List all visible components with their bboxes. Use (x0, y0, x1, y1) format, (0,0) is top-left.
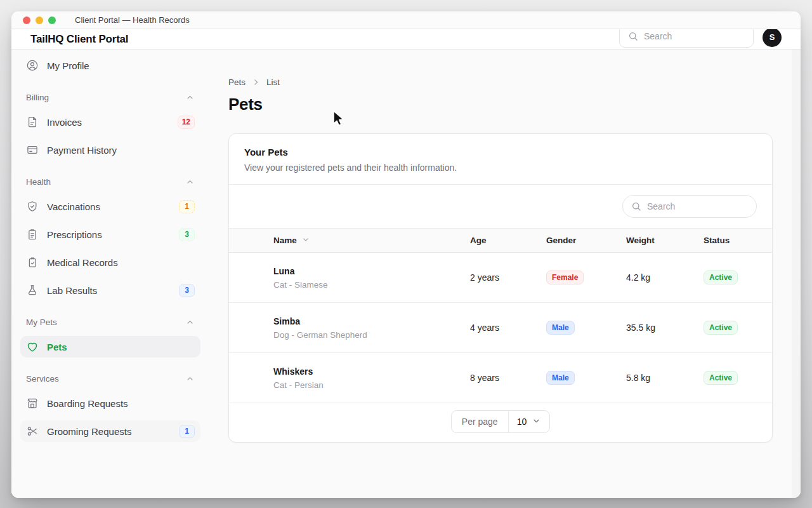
sidebar-item-boarding-requests[interactable]: Boarding Requests (20, 392, 200, 414)
heart-icon (26, 340, 39, 353)
count-badge (179, 256, 195, 269)
store-icon (26, 397, 39, 410)
count-badge (179, 340, 195, 354)
count-badge: 3 (179, 228, 195, 241)
pet-age: 4 years (470, 323, 546, 333)
breadcrumb-item[interactable]: List (266, 77, 280, 87)
sidebar-section-services[interactable]: Services (20, 374, 200, 384)
brand-title: TailHQ Client Portal (30, 33, 128, 46)
main-content: Pets List Pets Your Pets View your regis… (221, 50, 801, 498)
global-search-input[interactable] (644, 31, 745, 41)
sidebar-item-my-profile[interactable]: My Profile (20, 55, 200, 76)
search-icon (631, 201, 642, 212)
sidebar-item-vaccinations[interactable]: Vaccinations 1 (20, 196, 200, 217)
column-header-weight[interactable]: Weight (626, 236, 704, 245)
chevron-up-icon (185, 318, 195, 327)
table-search-input[interactable] (647, 201, 749, 211)
count-badge: 12 (178, 116, 195, 129)
shield-check-icon (26, 200, 39, 213)
sidebar-item-invoices[interactable]: Invoices 12 (20, 111, 200, 133)
pet-name: Luna (273, 266, 470, 276)
pet-breed: Cat - Siamese (273, 280, 470, 290)
sidebar-item-medical-records[interactable]: Medical Records (20, 251, 200, 273)
sidebar-item-prescriptions[interactable]: Prescriptions 3 (20, 224, 200, 245)
sidebar-item-lab-results[interactable]: Lab Results 3 (20, 279, 200, 301)
pet-breed: Cat - Persian (273, 380, 470, 390)
card-footer: Per page 10 (229, 403, 772, 442)
card-header: Your Pets View your registered pets and … (229, 134, 772, 185)
column-header-age[interactable]: Age (470, 236, 546, 245)
sidebar-section-my-pets[interactable]: My Pets (20, 318, 200, 327)
clipboard-list-icon (26, 228, 39, 241)
table-row[interactable]: Simba Dog - German Shepherd 4 years Male… (229, 303, 772, 353)
chevron-up-icon (185, 374, 195, 384)
credit-card-icon (26, 144, 39, 156)
close-window-button[interactable] (23, 17, 30, 24)
minimize-window-button[interactable] (36, 17, 43, 24)
table-row[interactable]: Luna Cat - Siamese 2 years Female 4.2 kg… (229, 253, 772, 303)
sidebar-item-grooming-requests[interactable]: Grooming Requests 1 (20, 420, 200, 442)
sidebar-section-health[interactable]: Health (20, 177, 200, 187)
window-title: Client Portal — Health Records (75, 15, 190, 25)
table-row[interactable]: Whiskers Cat - Persian 8 years Male 5.8 … (229, 353, 772, 403)
column-header-gender[interactable]: Gender (546, 236, 626, 245)
user-icon (26, 59, 39, 72)
chevron-down-icon (532, 416, 541, 427)
card-title: Your Pets (244, 147, 757, 157)
per-page-select[interactable]: 10 (509, 411, 550, 432)
pet-weight: 35.5 kg (626, 323, 704, 333)
sidebar-item-payment-history[interactable]: Payment History (20, 139, 200, 161)
card-toolbar (229, 185, 772, 228)
sidebar-section-label: My Pets (26, 318, 57, 327)
status-badge: Active (704, 321, 738, 335)
sidebar-section-label: Health (26, 177, 51, 187)
flask-icon (26, 284, 39, 297)
page-title: Pets (228, 95, 773, 114)
search-icon (627, 30, 639, 42)
count-badge: 1 (179, 425, 195, 438)
titlebar: Client Portal — Health Records (11, 11, 801, 29)
card-subtitle: View your registered pets and their heal… (244, 163, 757, 173)
sidebar-section-billing[interactable]: Billing (20, 93, 200, 102)
scissors-icon (26, 425, 39, 438)
count-badge: 3 (179, 284, 195, 297)
clipboard-check-icon (26, 256, 39, 269)
table-search[interactable] (622, 195, 757, 218)
gender-badge: Male (546, 321, 575, 335)
app-window: Client Portal — Health Records TailHQ Cl… (11, 11, 801, 498)
gender-badge: Female (546, 271, 584, 284)
avatar[interactable]: S (763, 28, 782, 47)
pet-name: Whiskers (273, 366, 470, 377)
count-badge (179, 397, 195, 410)
chevron-up-icon (185, 177, 195, 187)
invoice-icon (26, 116, 39, 128)
status-badge: Active (704, 271, 738, 284)
app-header: TailHQ Client Portal S (11, 29, 801, 50)
zoom-window-button[interactable] (48, 17, 56, 24)
sidebar-section-label: Services (26, 374, 59, 384)
pet-age: 8 years (470, 373, 546, 383)
count-badge: 1 (179, 200, 195, 213)
pet-weight: 4.2 kg (626, 272, 704, 283)
column-header-name[interactable]: Name (273, 235, 470, 246)
sidebar: My Profile Billing Invoices 12 Payment H… (11, 50, 221, 498)
pets-card: Your Pets View your registered pets and … (228, 133, 773, 443)
per-page-label: Per page (452, 411, 509, 432)
sort-chevron-down-icon (301, 235, 310, 246)
pet-name: Simba (273, 316, 470, 326)
scrollbar-track[interactable] (792, 50, 801, 498)
chevron-up-icon (185, 93, 195, 102)
per-page-control[interactable]: Per page 10 (451, 410, 550, 433)
gender-badge: Male (546, 371, 575, 385)
sidebar-section-label: Billing (26, 93, 49, 102)
pet-weight: 5.8 kg (626, 373, 704, 383)
pet-breed: Dog - German Shepherd (273, 330, 470, 340)
status-badge: Active (704, 371, 738, 385)
column-header-status[interactable]: Status (704, 236, 772, 245)
breadcrumb-item[interactable]: Pets (228, 77, 246, 87)
pet-age: 2 years (470, 272, 546, 283)
table-header: Name Age Gender Weight Status (229, 228, 772, 253)
breadcrumb: Pets List (228, 77, 773, 87)
sidebar-item-pets[interactable]: Pets (20, 336, 200, 358)
window-controls (23, 17, 56, 24)
